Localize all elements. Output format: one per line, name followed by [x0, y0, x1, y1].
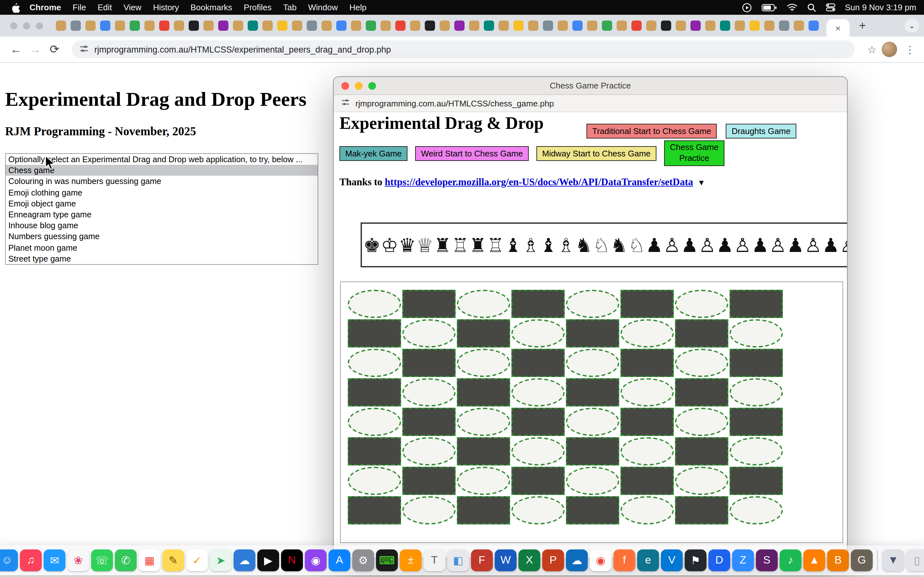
pinned-tab[interactable] — [676, 21, 686, 31]
board-cell[interactable] — [511, 467, 565, 495]
pinned-tab[interactable] — [646, 21, 656, 31]
pinned-tab[interactable] — [307, 21, 317, 31]
chess-piece[interactable]: ♟ — [751, 234, 769, 256]
pinned-tab[interactable] — [189, 21, 199, 31]
dock-calendar-icon[interactable]: ▦ — [139, 550, 160, 571]
menu-item-view[interactable]: View — [118, 3, 147, 12]
listbox-option[interactable]: Emoji object game — [6, 198, 318, 209]
dock-vlc-icon[interactable]: ▲ — [803, 550, 825, 571]
board-cell[interactable] — [402, 290, 456, 318]
dock-music-icon[interactable]: ♫ — [20, 550, 42, 571]
chess-piece[interactable]: ♛ — [399, 234, 416, 256]
pinned-tab[interactable] — [366, 21, 376, 31]
menu-bar-clock[interactable]: Sun 9 Nov 3:19 pm — [845, 3, 916, 12]
mdn-link[interactable]: https://developer.mozilla.org/en-US/docs… — [384, 176, 693, 187]
pinned-tab[interactable] — [499, 21, 509, 31]
chess-piece[interactable]: ♖ — [487, 234, 504, 256]
pinned-tab[interactable] — [779, 21, 789, 31]
board-cell[interactable] — [402, 467, 456, 495]
bookmark-star-icon[interactable]: ☆ — [867, 43, 877, 55]
board-cell[interactable] — [730, 467, 783, 495]
screen-record-icon[interactable] — [741, 2, 752, 13]
tab-close-icon[interactable]: × — [835, 23, 841, 33]
dock-finder-icon[interactable]: ☺ — [0, 550, 18, 571]
control-center-icon[interactable] — [825, 3, 835, 11]
pinned-tab[interactable] — [794, 21, 804, 31]
pinned-tab[interactable] — [469, 21, 479, 31]
dock-reminders-icon[interactable]: ✓ — [186, 550, 208, 571]
board-cell[interactable] — [457, 378, 510, 406]
board-cell[interactable] — [730, 349, 783, 377]
midway-start-button[interactable]: Midway Start to Chess Game — [536, 146, 656, 161]
pinned-tab[interactable] — [115, 21, 125, 31]
dock-apple-tv-icon[interactable]: ▶ — [257, 550, 279, 571]
dock-zoom-icon[interactable]: Z — [732, 550, 754, 571]
chess-piece[interactable]: ♝ — [504, 234, 522, 256]
dock-word-icon[interactable]: W — [495, 550, 517, 571]
popup-zoom-button[interactable] — [368, 82, 376, 89]
board-cell[interactable] — [730, 290, 783, 318]
pinned-tab[interactable] — [587, 21, 598, 31]
close-window-button[interactable] — [10, 22, 17, 29]
board-cell[interactable] — [511, 349, 565, 377]
dock-notes-icon[interactable]: ✎ — [162, 550, 184, 571]
board-cell[interactable] — [457, 349, 510, 377]
chess-piece[interactable]: ♟ — [822, 234, 840, 256]
pinned-tab[interactable] — [750, 21, 760, 31]
menu-item-profiles[interactable]: Profiles — [238, 3, 278, 12]
board-cell[interactable] — [348, 496, 401, 524]
pinned-tab[interactable] — [204, 21, 214, 31]
pinned-tab[interactable] — [86, 21, 95, 31]
board-cell[interactable] — [402, 319, 456, 348]
pinned-tab[interactable] — [513, 21, 523, 31]
board-cell[interactable] — [675, 349, 728, 377]
dock-downloads-icon[interactable]: ▼ — [882, 550, 904, 571]
board-cell[interactable] — [511, 378, 565, 406]
board-cell[interactable] — [675, 467, 728, 495]
address-bar[interactable]: rjmprogramming.com.au/HTMLCSS/experiment… — [72, 40, 855, 58]
popup-site-settings-icon[interactable] — [341, 98, 350, 108]
dock-textedit-icon[interactable]: T — [423, 550, 445, 571]
chess-piece[interactable]: ♘ — [628, 234, 646, 256]
board-cell[interactable] — [566, 378, 619, 406]
chess-piece[interactable]: ♖ — [451, 234, 469, 256]
board-cell[interactable] — [457, 408, 510, 436]
dock-slack-icon[interactable]: S — [756, 550, 778, 571]
pinned-tab[interactable] — [100, 21, 110, 31]
chess-piece[interactable]: ♗ — [557, 234, 575, 256]
popup-minimize-button[interactable] — [355, 82, 363, 89]
board-cell[interactable] — [457, 437, 510, 466]
chess-piece[interactable]: ♙ — [698, 234, 716, 256]
pinned-tab[interactable] — [277, 21, 288, 31]
listbox-option[interactable]: Numbers guessing game — [6, 231, 318, 242]
board-cell[interactable] — [675, 378, 728, 406]
board-cell[interactable] — [675, 408, 728, 436]
dock-weather-icon[interactable]: ☁ — [234, 550, 255, 571]
board-cell[interactable] — [511, 408, 565, 436]
browser-menu-icon[interactable]: ⋮ — [905, 43, 915, 55]
dock-mail-icon[interactable]: ✉ — [44, 550, 65, 571]
menu-item-window[interactable]: Window — [302, 3, 344, 12]
battery-icon[interactable] — [761, 3, 777, 11]
pinned-tab[interactable] — [159, 21, 170, 31]
menu-item-history[interactable]: History — [147, 3, 185, 12]
back-button[interactable]: ← — [6, 40, 26, 59]
pinned-tab[interactable] — [484, 21, 494, 31]
minimize-window-button[interactable] — [23, 22, 30, 29]
board-cell[interactable] — [730, 319, 783, 348]
forward-button[interactable]: → — [26, 40, 45, 59]
pinned-tab[interactable] — [56, 21, 66, 31]
chess-piece[interactable]: ♟ — [646, 234, 663, 256]
pinned-tab[interactable] — [809, 21, 819, 31]
pinned-tab[interactable] — [705, 21, 716, 31]
board-cell[interactable] — [566, 496, 619, 524]
dock-onedrive-icon[interactable]: ☁ — [566, 550, 588, 571]
chess-piece[interactable]: ♙ — [769, 234, 787, 256]
board-cell[interactable] — [675, 290, 728, 318]
board-cell[interactable] — [457, 290, 510, 318]
search-icon[interactable] — [807, 3, 816, 12]
dock-docker-icon[interactable]: D — [708, 550, 730, 571]
menu-item-help[interactable]: Help — [344, 3, 373, 12]
apple-menu-icon[interactable] — [11, 2, 20, 13]
listbox-option[interactable]: Emoji clothing game — [6, 187, 318, 198]
